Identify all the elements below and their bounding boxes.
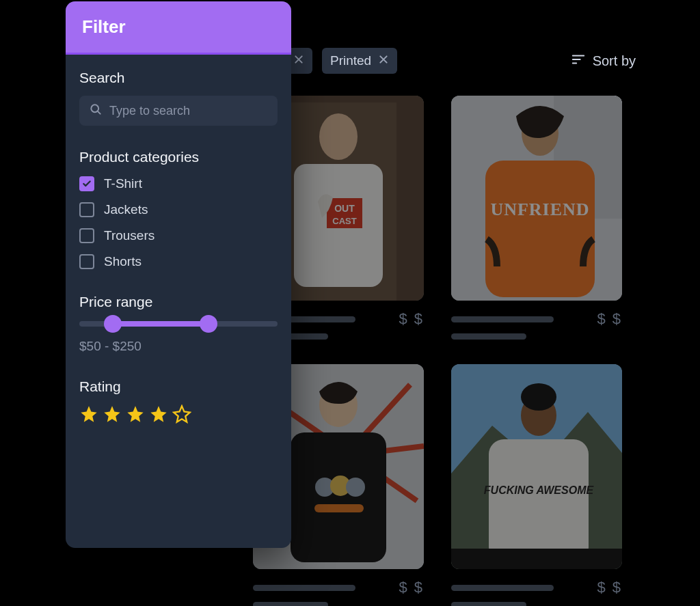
category-list: T-Shirt Jackets Trousers Shorts <box>79 176 278 269</box>
chip-label: Printed <box>330 53 371 68</box>
placeholder-bar <box>451 333 526 340</box>
placeholder-bar <box>451 316 554 322</box>
price-range-text: $50 - $250 <box>79 339 278 354</box>
filter-header: Filter <box>66 1 291 55</box>
checkbox[interactable] <box>79 176 94 191</box>
star-icon[interactable] <box>126 404 145 426</box>
category-item-trousers[interactable]: Trousers <box>79 228 278 243</box>
star-icon[interactable] <box>79 404 98 426</box>
product-card[interactable]: FUCKING AWESOME $ $ <box>451 364 622 606</box>
search-icon <box>89 102 103 119</box>
search-input-wrap[interactable] <box>79 96 278 126</box>
product-card[interactable]: UNFRIEND $ $ <box>451 96 622 340</box>
placeholder-bar <box>451 602 526 606</box>
search-label: Search <box>79 70 278 86</box>
price-indicator: $ $ <box>597 579 622 596</box>
slider-fill <box>113 321 208 327</box>
rating-stars[interactable] <box>79 404 278 426</box>
category-label: Trousers <box>104 228 154 243</box>
placeholder-bar <box>253 585 355 591</box>
product-meta: $ $ <box>451 579 622 596</box>
product-thumb: FUCKING AWESOME <box>451 364 622 569</box>
category-label: T-Shirt <box>104 176 142 191</box>
sort-label: Sort by <box>593 53 636 69</box>
close-icon[interactable] <box>293 53 304 68</box>
slider-handle-min[interactable] <box>104 315 122 333</box>
star-icon[interactable] <box>149 404 168 426</box>
product-thumb: UNFRIEND <box>451 96 622 301</box>
product-grid-area: Man Printed Sort by <box>253 48 636 606</box>
category-item-shorts[interactable]: Shorts <box>79 254 278 269</box>
slider-handle-max[interactable] <box>200 315 217 333</box>
placeholder-bar <box>451 585 554 591</box>
sort-by-button[interactable]: Sort by <box>571 52 636 70</box>
price-indicator: $ $ <box>399 579 424 596</box>
sort-icon <box>571 52 586 70</box>
star-outline-icon[interactable] <box>172 404 191 426</box>
filter-panel: Filter Search Product categories T-Shirt… <box>66 1 291 548</box>
star-icon[interactable] <box>103 404 122 426</box>
product-meta: $ $ <box>253 579 424 596</box>
price-indicator: $ $ <box>399 310 424 328</box>
price-indicator: $ $ <box>597 310 622 328</box>
close-icon[interactable] <box>378 53 389 68</box>
product-meta: $ $ <box>451 310 622 328</box>
filter-chip-printed[interactable]: Printed <box>322 48 397 74</box>
search-input[interactable] <box>109 104 268 118</box>
toolbar: Man Printed Sort by <box>253 48 636 74</box>
categories-label: Product categories <box>79 149 278 165</box>
card-grid: OUT CAST $ $ <box>253 96 636 606</box>
price-range-label: Price range <box>79 294 278 310</box>
checkbox[interactable] <box>79 228 94 243</box>
checkbox[interactable] <box>79 254 94 269</box>
category-label: Shorts <box>104 254 142 269</box>
rating-label: Rating <box>79 378 278 395</box>
placeholder-bar <box>253 602 328 606</box>
checkbox[interactable] <box>79 202 94 217</box>
filter-title: Filter <box>82 16 126 37</box>
price-slider[interactable] <box>79 321 278 327</box>
category-item-tshirt[interactable]: T-Shirt <box>79 176 278 191</box>
category-item-jackets[interactable]: Jackets <box>79 202 278 217</box>
category-label: Jackets <box>104 202 148 217</box>
